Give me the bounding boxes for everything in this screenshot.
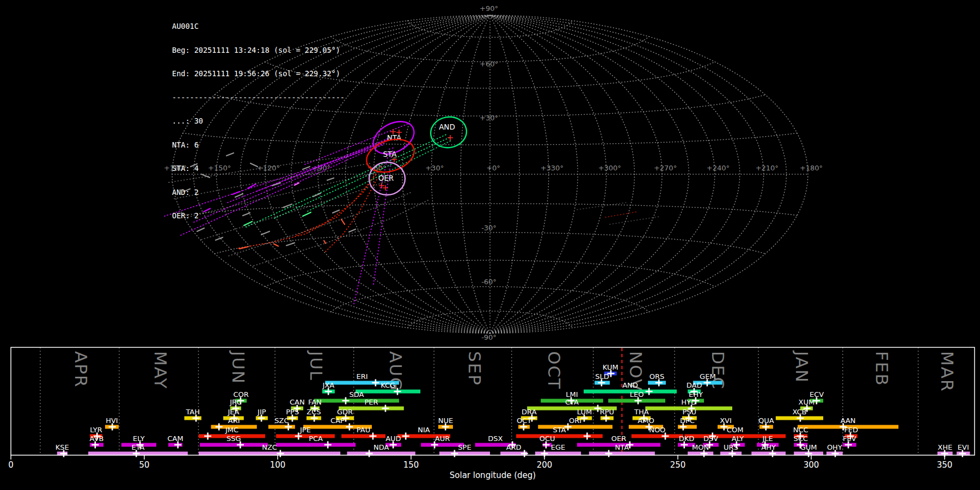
shower-label-AND: AND <box>622 381 638 389</box>
shower-label-LMI: LMI <box>566 390 578 399</box>
shower-label-CAP: CAP <box>330 416 345 425</box>
shower-label-SCC: SCC <box>793 434 807 443</box>
month-label-MAR: MAR <box>938 351 957 393</box>
shower-label-NUE: NUE <box>438 416 453 425</box>
shower-label-OCT: OCT <box>517 416 531 425</box>
shower-bar-SSG <box>200 443 268 447</box>
shower-label-PPS: PPS <box>286 408 299 416</box>
shower-label-FED: FED <box>844 426 858 434</box>
shower-label-GEM: GEM <box>700 372 716 381</box>
shower-label-DRA: DRA <box>522 408 537 416</box>
shower-peak-marker-SPE <box>451 450 458 457</box>
shower-label-ERI: ERI <box>357 372 368 381</box>
shower-label-JIP: JIP <box>257 408 266 416</box>
shower-peak-marker-STA <box>584 433 591 440</box>
shower-bar-ORI <box>538 425 612 429</box>
shower-label-EVI: EVI <box>958 443 969 451</box>
shower-peak-marker-AND <box>646 388 653 395</box>
shower-label-TAH: TAH <box>185 408 200 416</box>
x-axis-tick-label: 100 <box>270 460 286 470</box>
shower-label-CAM: CAM <box>167 434 183 443</box>
shower-label-AAN: AAN <box>841 416 856 425</box>
shower-bars: KUMERISLDORSGEMJXAKCGANDDADCORSDALMILEOE… <box>56 363 970 457</box>
month-label-APR: APR <box>71 351 91 388</box>
shower-label-JPE: JPE <box>299 426 311 434</box>
shower-label-ORS: ORS <box>650 372 665 381</box>
station-id: AU001C <box>172 22 345 30</box>
shower-label-DSV: DSV <box>703 434 718 443</box>
shower-label-ZCS: ZCS <box>307 408 321 416</box>
shower-label-STA: STA <box>553 426 566 434</box>
shower-label-COM: COM <box>727 426 744 434</box>
shower-label-EGE: EGE <box>551 443 566 451</box>
shower-label-FAN: FAN <box>308 398 322 406</box>
shower-label-ARI: ARI <box>228 416 240 425</box>
shower-label-SDA: SDA <box>350 390 364 399</box>
shower-label-XHE: XHE <box>938 443 952 451</box>
shower-peak-marker-ARD <box>521 450 528 457</box>
shower-label-CAN: CAN <box>290 398 305 406</box>
shower-peak-marker-PCA <box>324 442 332 449</box>
shower-label-PCA: PCA <box>309 434 323 443</box>
shower-peak-marker-ARI <box>216 424 223 431</box>
shower-label-AUD: AUD <box>385 434 401 443</box>
shower-label-AUR: AUR <box>435 434 450 443</box>
shower-label-KCG: KCG <box>381 381 395 389</box>
shower-label-ETA: ETA <box>131 443 144 451</box>
shower-bar-KCG <box>356 390 420 394</box>
shower-label-SLD: SLD <box>595 372 609 381</box>
shower-label-OER: OER <box>611 434 626 443</box>
shower-label-JRC: JRC <box>229 398 241 406</box>
shower-label-NIA: NIA <box>418 426 430 434</box>
shower-label-MON: MON <box>692 443 709 451</box>
shower-label-AHY: AHY <box>761 443 776 451</box>
shower-bar-JPE <box>276 434 335 438</box>
shower-label-SPE: SPE <box>458 443 471 451</box>
shower-label-XVI: XVI <box>720 416 732 425</box>
shower-label-SZC: SZC <box>274 416 289 425</box>
count-sta: STA: 4 <box>172 164 345 173</box>
end-time: End: 20251111 19:56:26 (sol = 229.32°) <box>172 70 345 78</box>
shower-label-PER: PER <box>364 398 378 406</box>
shower-label-OCU: OCU <box>540 434 555 443</box>
x-axis-tick-label: 300 <box>804 460 819 470</box>
shower-label-CTA: CTA <box>565 398 579 406</box>
shower-label-COR: COR <box>233 390 248 399</box>
shower-label-XCB: XCB <box>792 408 806 416</box>
count-oer: OER: 2 <box>172 212 345 220</box>
shower-label-NZC: NZC <box>262 443 277 451</box>
shower-peak-marker-NDA <box>366 450 373 457</box>
shower-label-OHY: OHY <box>827 443 842 451</box>
shower-bar-SDA <box>314 399 399 403</box>
shower-peak-marker-NTA <box>605 450 612 457</box>
shower-bar-PCA <box>276 443 356 447</box>
shower-label-ALY: ALY <box>732 434 744 443</box>
shower-peak-marker-NIA <box>402 433 409 440</box>
shower-label-ECV: ECV <box>810 390 824 399</box>
shower-label-DSX: DSX <box>488 434 503 443</box>
x-axis-tick-label: 0 <box>8 460 14 470</box>
month-label-FEB: FEB <box>872 351 892 387</box>
shower-label-NDA: NDA <box>373 443 389 451</box>
shower-peak-marker-ERI <box>372 379 379 387</box>
shower-label-JMC: JMC <box>225 426 238 434</box>
count-nta: NTA: 6 <box>172 141 345 149</box>
shower-label-QUA: QUA <box>758 416 774 425</box>
shower-label-PSU: PSU <box>683 408 697 416</box>
count-total: ...: 30 <box>172 117 345 125</box>
month-label-MAY: MAY <box>151 351 170 389</box>
month-label-SEP: SEP <box>465 351 485 386</box>
shower-label-URS: URS <box>724 443 738 451</box>
meteor-radiant-screen: +180°+150°+120°+90°+60°+30°+0°+330°+300°… <box>0 0 980 490</box>
shower-label-ORI: ORI <box>569 416 581 425</box>
x-axis-tick-label: 50 <box>139 460 149 470</box>
shower-label-HYD: HYD <box>681 398 696 406</box>
shower-label-ARD: ARD <box>506 443 522 451</box>
shower-label-GUM: GUM <box>800 443 817 451</box>
shower-label-NCC: NCC <box>793 426 808 434</box>
shower-label-XUM: XUM <box>799 398 815 406</box>
month-label-JAN: JAN <box>792 350 812 383</box>
observation-header: AU001C Beg: 20251111 13:24:18 (sol = 229… <box>172 7 345 236</box>
shower-label-LEO: LEO <box>630 390 644 399</box>
x-axis-tick-label: 200 <box>537 460 553 470</box>
